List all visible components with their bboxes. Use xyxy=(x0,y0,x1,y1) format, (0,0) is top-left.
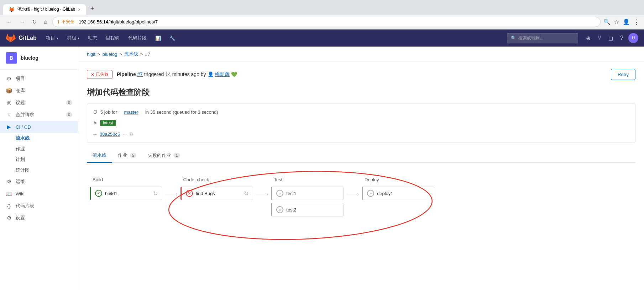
issues-icon[interactable]: ◻ xyxy=(606,33,615,44)
sidebar-sub-pipelines[interactable]: 流水线 xyxy=(16,133,78,144)
failed-icon: ✕ xyxy=(91,72,94,77)
breadcrumb-sep3: > xyxy=(140,52,143,57)
nav-chart[interactable]: 📊 xyxy=(152,33,164,43)
copy-icon[interactable]: ⧉ xyxy=(130,131,133,137)
new-tab-button[interactable]: + xyxy=(86,3,99,15)
nav-projects[interactable]: 项目 ▾ xyxy=(42,33,62,43)
ci-sub-nav: 流水线 作业 计划 统计图 xyxy=(0,133,78,176)
nav-snippets[interactable]: 代码片段 xyxy=(125,33,150,43)
pipeline-stages-wrapper: Build ✓ build1 ↻ › xyxy=(87,170,635,224)
nav-activity[interactable]: 动态 xyxy=(84,33,101,43)
forward-button[interactable]: → xyxy=(17,17,27,27)
refresh-button[interactable]: ↻ xyxy=(30,17,39,27)
branch-link[interactable]: master xyxy=(124,109,138,115)
stage-build: Build ✓ build1 ↻ xyxy=(87,177,165,200)
breadcrumb-current: #7 xyxy=(145,52,150,57)
bookmark-icon[interactable]: ☆ xyxy=(614,18,619,25)
failed-count-badge: 1 xyxy=(173,153,180,158)
user-icon[interactable]: 👤 xyxy=(623,18,630,25)
tab-title: 流水线 · higit / bluelog · GitLab xyxy=(17,6,75,12)
job-deploy1[interactable]: » deploy1 xyxy=(362,187,434,200)
pipeline-user[interactable]: 梅朝辉 xyxy=(215,71,230,77)
commit-hash[interactable]: 08a258c5 xyxy=(100,131,120,137)
nav-milestones[interactable]: 里程碑 xyxy=(102,33,123,43)
stage-build-jobs: ✓ build1 ↻ xyxy=(87,187,165,200)
sidebar-item-snippets[interactable]: {} 代码片段 xyxy=(0,200,78,212)
breadcrumb-sep1: > xyxy=(98,52,100,57)
pipeline-triggered-text: triggered 14 minutes ago by xyxy=(144,71,207,77)
stage-build-label: Build xyxy=(87,177,103,182)
project-icon: ⊙ xyxy=(6,75,12,82)
retry-button[interactable]: Retry xyxy=(611,69,635,80)
retry-findbugs-icon[interactable]: ↻ xyxy=(244,190,248,197)
stage-test: Test » test1 » test2 xyxy=(268,177,346,216)
project-avatar: B xyxy=(6,52,17,64)
security-icon: ℹ xyxy=(58,20,59,25)
sidebar-sub-charts[interactable]: 统计图 xyxy=(16,165,78,176)
sidebar-item-issues[interactable]: ◎ 议题 0 xyxy=(0,97,78,109)
active-tab[interactable]: 🦊 流水线 · higit / bluelog · GitLab × xyxy=(3,4,86,15)
menu-icon[interactable]: ⋮ xyxy=(633,18,640,26)
search-placeholder: 搜索或转到... xyxy=(518,35,543,41)
merge-request-icon[interactable]: ⑂ xyxy=(596,33,603,43)
job-test1[interactable]: » test1 xyxy=(271,187,344,200)
job-skip-icon-deploy1: » xyxy=(367,190,374,197)
sidebar-item-project[interactable]: ⊙ 项目 xyxy=(0,72,78,85)
sidebar-item-mergerequests[interactable]: ⑂ 合并请求 0 xyxy=(0,109,78,121)
connector-3: › xyxy=(346,177,359,197)
search-icon[interactable]: 🔍 xyxy=(603,18,611,25)
back-button[interactable]: ← xyxy=(4,17,14,27)
breadcrumb: higit > bluelog > 流水线 > #7 xyxy=(78,47,644,62)
url-text: 192.168.56.14/higit/bluelog/pipelines/7 xyxy=(79,19,158,25)
tab-pipeline[interactable]: 流水线 xyxy=(87,149,112,163)
address-bar[interactable]: ℹ 不安全 | 192.168.56.14/higit/bluelog/pipe… xyxy=(52,17,601,27)
pipeline-number[interactable]: #7 xyxy=(137,71,143,77)
job-findbugs[interactable]: ✕ find Bugs ↻ xyxy=(180,187,253,200)
breadcrumb-higit[interactable]: higit xyxy=(87,52,95,57)
breadcrumb-bluelog[interactable]: bluelog xyxy=(102,52,117,57)
header-search[interactable]: 🔍 搜索或转到... xyxy=(507,33,578,43)
job-test2[interactable]: » test2 xyxy=(271,203,344,216)
connector-1: › xyxy=(165,177,178,197)
tab-jobs[interactable]: 作业 5 xyxy=(112,149,142,163)
latest-tag: latest xyxy=(100,120,116,126)
stage-deploy-jobs: » deploy1 xyxy=(359,187,437,200)
connector-2: › xyxy=(256,177,268,197)
sidebar-sub-jobs[interactable]: 作业 xyxy=(16,144,78,154)
pipeline-label: Pipeline xyxy=(117,71,137,77)
merge-icon: ⑂ xyxy=(6,112,12,118)
tab-close-icon[interactable]: × xyxy=(78,7,80,12)
pipeline-header: ✕ 已失败 Pipeline #7 triggered 14 minutes a… xyxy=(87,69,635,80)
sidebar: B bluelog ⊙ 项目 📦 仓库 ◎ 议题 0 ⑂ 合并请求 0 xyxy=(0,47,78,290)
project-header[interactable]: B bluelog xyxy=(0,47,78,70)
mr-count: 0 xyxy=(66,112,72,117)
sidebar-item-ops[interactable]: ⚙ 运维 xyxy=(0,176,78,188)
sidebar-sub-schedules[interactable]: 计划 xyxy=(16,154,78,165)
sidebar-nav: ⊙ 项目 📦 仓库 ◎ 议题 0 ⑂ 合并请求 0 ▶ CI / CD xyxy=(0,70,78,227)
pipeline-tabs: 流水线 作业 5 失败的作业 1 xyxy=(87,149,635,163)
gitlab-logo[interactable]: GitLab xyxy=(6,33,37,43)
sidebar-item-repo[interactable]: 📦 仓库 xyxy=(0,85,78,97)
breadcrumb-pipelines[interactable]: 流水线 xyxy=(124,51,138,57)
tab-failed-jobs[interactable]: 失败的作业 1 xyxy=(142,149,186,163)
job-build1[interactable]: ✓ build1 ↻ xyxy=(90,187,162,200)
sidebar-item-cicd[interactable]: ▶ CI / CD xyxy=(0,121,78,133)
settings-icon: ⚙ xyxy=(6,215,12,221)
stage-deploy-label: Deploy xyxy=(359,177,379,182)
sidebar-item-wiki[interactable]: 📖 Wiki xyxy=(0,188,78,200)
retry-job-icon[interactable]: ↻ xyxy=(153,190,158,197)
help-icon[interactable]: ? xyxy=(618,33,625,43)
sidebar-item-settings[interactable]: ⚙ 设置 xyxy=(0,212,78,224)
nav-groups[interactable]: 群组 ▾ xyxy=(63,33,83,43)
pipeline-content: ✕ 已失败 Pipeline #7 triggered 14 minutes a… xyxy=(78,62,644,231)
user-avatar[interactable]: U xyxy=(628,33,638,43)
stage-deploy: Deploy » deploy1 xyxy=(359,177,437,200)
job-skip-icon-test1: » xyxy=(276,190,283,197)
home-button[interactable]: ⌂ xyxy=(42,17,49,27)
pipeline-tag-row: ⚑ latest xyxy=(93,118,629,128)
header-nav: 项目 ▾ 群组 ▾ 动态 里程碑 代码片段 📊 🔧 xyxy=(42,33,179,43)
jobs-count-badge: 5 xyxy=(130,153,136,158)
plus-icon[interactable]: ⊕ xyxy=(584,33,593,44)
nav-wrench[interactable]: 🔧 xyxy=(166,33,179,43)
status-badge: ✕ 已失败 xyxy=(87,70,112,79)
